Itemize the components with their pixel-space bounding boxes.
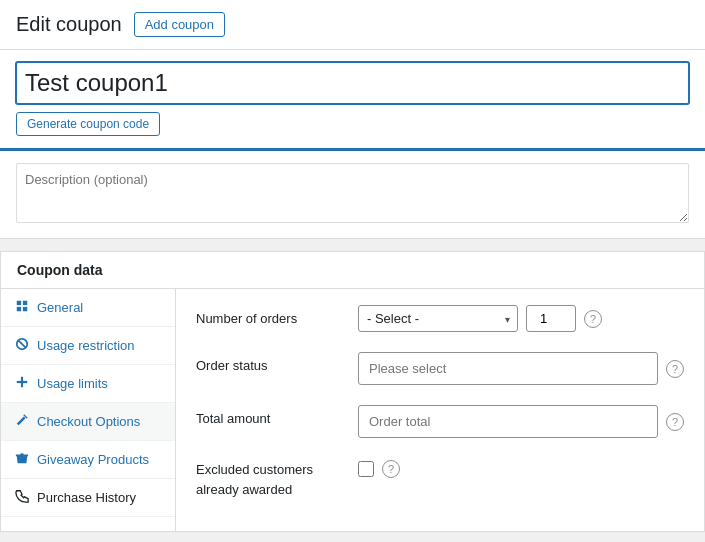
- excluded-customers-help-icon[interactable]: ?: [382, 460, 400, 478]
- sidebar-item-general-label: General: [37, 300, 83, 315]
- general-icon: [15, 299, 29, 316]
- number-of-orders-help-icon[interactable]: ?: [584, 310, 602, 328]
- excluded-customers-row: Excluded customers already awarded ?: [196, 458, 684, 499]
- usage-restriction-icon: [15, 337, 29, 354]
- total-amount-input[interactable]: [358, 405, 658, 438]
- excluded-customers-checkbox[interactable]: [358, 461, 374, 477]
- svg-line-5: [18, 340, 26, 348]
- sidebar-nav: General Usage restriction Usage limits C…: [1, 289, 176, 531]
- sidebar-item-giveaway-products-label: Giveaway Products: [37, 452, 149, 467]
- sidebar-item-general[interactable]: General: [1, 289, 175, 327]
- orders-select[interactable]: - Select -: [358, 305, 518, 332]
- svg-rect-1: [23, 301, 27, 305]
- coupon-name-section: Generate coupon code: [0, 50, 705, 151]
- order-status-help-icon[interactable]: ?: [666, 360, 684, 378]
- number-of-orders-controls: - Select - ▾ ?: [358, 305, 684, 332]
- total-amount-label: Total amount: [196, 405, 346, 426]
- number-of-orders-label: Number of orders: [196, 305, 346, 326]
- usage-limits-icon: [15, 375, 29, 392]
- order-status-controls: ?: [358, 352, 684, 385]
- add-coupon-button[interactable]: Add coupon: [134, 12, 225, 37]
- giveaway-products-icon: [15, 451, 29, 468]
- description-section: [0, 151, 705, 239]
- excluded-customers-controls: ?: [358, 458, 400, 478]
- orders-number-input[interactable]: [526, 305, 576, 332]
- coupon-data-header: Coupon data: [1, 252, 704, 289]
- description-input[interactable]: [16, 163, 689, 223]
- svg-rect-0: [17, 301, 21, 305]
- total-amount-controls: ?: [358, 405, 684, 438]
- svg-rect-2: [17, 307, 21, 311]
- total-amount-row: Total amount ?: [196, 405, 684, 438]
- excluded-customers-label: Excluded customers already awarded: [196, 458, 346, 499]
- sidebar-item-purchase-history[interactable]: Purchase History: [1, 479, 175, 517]
- order-status-row: Order status ?: [196, 352, 684, 385]
- sidebar-item-usage-restriction-label: Usage restriction: [37, 338, 135, 353]
- svg-rect-3: [23, 307, 27, 311]
- order-status-input[interactable]: [358, 352, 658, 385]
- total-amount-help-icon[interactable]: ?: [666, 413, 684, 431]
- generate-coupon-code-button[interactable]: Generate coupon code: [16, 112, 160, 136]
- main-content-area: Number of orders - Select - ▾ ? Order st…: [176, 289, 704, 531]
- sidebar-item-checkout-options-label: Checkout Options: [37, 414, 140, 429]
- purchase-history-icon: [15, 489, 29, 506]
- number-of-orders-row: Number of orders - Select - ▾ ?: [196, 305, 684, 332]
- coupon-name-input[interactable]: [16, 62, 689, 104]
- orders-select-wrapper: - Select - ▾: [358, 305, 518, 332]
- sidebar-item-giveaway-products[interactable]: Giveaway Products: [1, 441, 175, 479]
- sidebar-item-usage-limits[interactable]: Usage limits: [1, 365, 175, 403]
- page-header: Edit coupon Add coupon: [0, 0, 705, 50]
- sidebar-item-checkout-options[interactable]: Checkout Options: [1, 403, 175, 441]
- coupon-data-section: Coupon data General Usage restriction: [0, 251, 705, 532]
- sidebar-item-usage-restriction[interactable]: Usage restriction: [1, 327, 175, 365]
- checkout-options-icon: [15, 413, 29, 430]
- page-title: Edit coupon: [16, 13, 122, 36]
- sidebar-item-purchase-history-label: Purchase History: [37, 490, 136, 505]
- sidebar-item-usage-limits-label: Usage limits: [37, 376, 108, 391]
- coupon-data-title: Coupon data: [17, 262, 103, 278]
- coupon-data-body: General Usage restriction Usage limits C…: [1, 289, 704, 531]
- order-status-label: Order status: [196, 352, 346, 373]
